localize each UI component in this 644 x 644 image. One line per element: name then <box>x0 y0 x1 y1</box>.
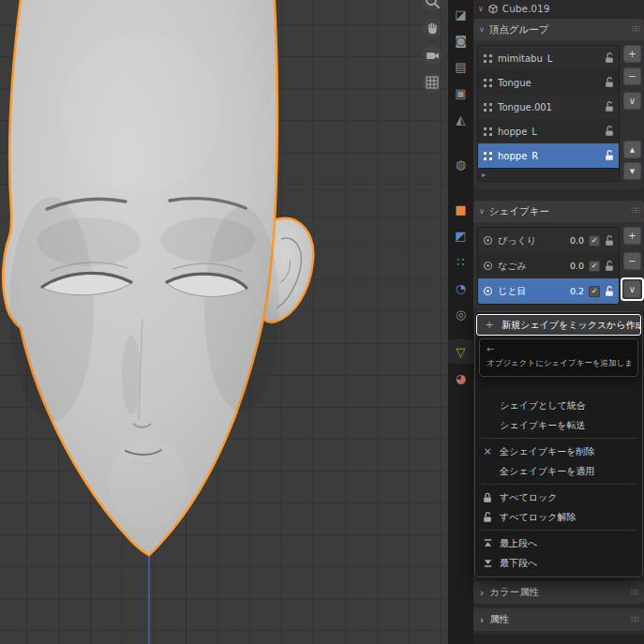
menu-item-apply-all-shape-keys[interactable]: 全シェイプキーを適用 <box>475 461 642 481</box>
panel-grip[interactable]: ⠿⠿ <box>630 589 637 597</box>
unlock-icon[interactable] <box>605 101 614 112</box>
menu-item-unlock-all[interactable]: すべてロック解除 <box>475 507 642 527</box>
pan-button[interactable] <box>422 18 442 38</box>
vertex-group-row-selected[interactable]: hoppe_R <box>478 143 619 168</box>
tab-render[interactable]: ◙ <box>448 28 473 52</box>
shape-key-name: じと目 <box>498 285 561 298</box>
unlock-icon[interactable] <box>605 77 614 88</box>
shape-keys-panel-header[interactable]: ∨ シェイプキー ⠿⠿ <box>473 201 644 222</box>
object-icon: ■ <box>455 203 466 216</box>
viewport-3d[interactable] <box>0 0 448 644</box>
head-model[interactable] <box>0 0 448 644</box>
chevron-down-icon: ∨ <box>629 96 636 106</box>
tooltip: ← オブジェクトにシェイプキーを追加します. <box>479 338 638 377</box>
shape-key-icon <box>483 235 493 246</box>
color-attributes-panel-header[interactable]: › カラー属性 ⠿⠿ <box>473 581 644 604</box>
shape-key-row[interactable]: びっくり 0.0 ✓ <box>478 228 619 253</box>
tab-modifiers[interactable]: ◩ <box>448 223 473 247</box>
render-icon: ◙ <box>455 35 467 47</box>
shape-key-row-selected[interactable]: じと目 0.2 ✓ <box>478 278 619 304</box>
vertex-group-row[interactable]: Tongue <box>478 70 619 95</box>
hand-icon <box>425 21 441 37</box>
menu-item-delete-all-shape-keys[interactable]: × 全シェイプキーを削除 <box>475 442 642 461</box>
tab-scene[interactable]: ◭ <box>448 107 473 131</box>
ortho-toggle-button[interactable] <box>422 72 442 93</box>
shape-key-icon <box>483 261 493 271</box>
vertex-group-row[interactable]: hoppe_L <box>478 119 619 143</box>
panel-title: 属性 <box>489 613 509 626</box>
shape-keys-list: びっくり 0.0 ✓ なごみ 0.0 ✓ じと目 0.2 ✓ <box>477 227 620 305</box>
shape-key-value[interactable]: 0.2 <box>565 286 584 296</box>
vertex-groups-panel-header[interactable]: ∨ 頂点グループ ⠿⠿ <box>473 19 644 40</box>
shape-key-enable-checkbox[interactable]: ✓ <box>589 286 600 297</box>
particles-icon: ∷ <box>457 256 464 268</box>
list-filter-toggle[interactable]: ▸ <box>478 168 619 181</box>
shape-key-specials-button[interactable]: ∨ <box>623 280 641 298</box>
vertex-groups-list: mimitabu_L Tongue Tongue.001 hoppe_L <box>477 45 620 182</box>
chevron-right-icon: › <box>480 587 484 598</box>
editor-bottom-strip <box>473 635 644 644</box>
menu-item-new-shape-from-mix[interactable]: + 新規シェイプをミックスから作成 <box>476 314 641 336</box>
tool-icon: ◪ <box>455 8 466 21</box>
chevron-right-icon: › <box>480 614 484 625</box>
vertex-group-name: Tongue.001 <box>498 102 600 112</box>
tab-output[interactable]: ▤ <box>448 54 473 79</box>
cube-icon <box>487 3 499 15</box>
object-name[interactable]: Cube.019 <box>502 3 550 14</box>
unlock-icon[interactable] <box>605 235 614 247</box>
tab-view-layer[interactable]: ▣ <box>448 81 473 105</box>
move-vertex-group-down-button[interactable]: ▼ <box>623 162 641 180</box>
add-shape-key-button[interactable]: + <box>623 227 641 245</box>
remove-vertex-group-button[interactable]: − <box>623 67 641 85</box>
panel-grip[interactable]: ⠿⠿ <box>631 207 638 216</box>
camera-view-button[interactable] <box>422 45 442 66</box>
chevron-down-icon: ∨ <box>629 284 636 294</box>
properties-tab-strip: ◪ ◙ ▤ ▣ ◭ ◍ ■ ◩ ∷ ◔ ◎ ▽ ◕ <box>448 0 473 644</box>
shape-key-icon <box>483 286 493 296</box>
tab-physics[interactable]: ◔ <box>448 276 473 300</box>
unlock-icon[interactable] <box>605 150 614 161</box>
check-icon: ✓ <box>592 236 598 245</box>
shape-key-value[interactable]: 0.0 <box>565 235 584 246</box>
tab-particles[interactable]: ∷ <box>448 249 473 274</box>
panel-grip[interactable]: ⠿⠿ <box>630 616 637 624</box>
shape-key-specials-menu: + 新規シェイプをミックスから作成 ← オブジェクトにシェイプキーを追加します.… <box>474 311 643 577</box>
zoom-button[interactable] <box>422 0 442 11</box>
shape-key-row[interactable]: なごみ 0.0 ✓ <box>478 253 619 278</box>
menu-separator <box>481 438 637 439</box>
tab-world[interactable]: ◍ <box>448 152 473 176</box>
menu-item-join-as-shapes[interactable]: シェイプとして統合 <box>475 396 642 415</box>
add-vertex-group-button[interactable]: + <box>623 45 641 63</box>
remove-shape-key-button[interactable]: − <box>623 252 641 270</box>
vertex-group-specials-button[interactable]: ∨ <box>623 92 641 110</box>
panel-grip[interactable]: ⠿⠿ <box>631 25 638 34</box>
unlock-icon[interactable] <box>605 52 614 64</box>
menu-item-to-bottom[interactable]: 最下段へ <box>475 553 642 573</box>
vertex-group-row[interactable]: mimitabu_L <box>478 46 619 70</box>
chevron-down-icon: ∨ <box>479 25 485 34</box>
shape-key-value[interactable]: 0.0 <box>565 261 584 271</box>
attributes-panel-header[interactable]: › 属性 ⠿⠿ <box>473 608 644 631</box>
lock-icon <box>481 492 494 503</box>
panel-title: シェイプキー <box>489 205 549 218</box>
tab-material[interactable]: ◕ <box>448 366 473 390</box>
menu-separator <box>481 484 637 485</box>
tab-object[interactable]: ■ <box>448 197 473 221</box>
shape-key-enable-checkbox[interactable]: ✓ <box>589 235 600 247</box>
chevron-down-icon: ∨ <box>478 5 484 13</box>
unlock-icon[interactable] <box>605 261 614 272</box>
menu-item-transfer-shape-key[interactable]: シェイプキーを転送 <box>475 415 642 435</box>
vertex-group-row[interactable]: Tongue.001 <box>478 95 619 119</box>
tooltip-text: オブジェクトにシェイプキーを追加します. <box>487 358 631 369</box>
tab-object-data[interactable]: ▽ <box>448 339 473 364</box>
shape-key-enable-checkbox[interactable]: ✓ <box>589 261 600 272</box>
vertex-group-icon <box>483 151 493 161</box>
move-vertex-group-up-button[interactable]: ▲ <box>623 141 641 158</box>
unlock-icon[interactable] <box>605 286 614 297</box>
menu-item-lock-all[interactable]: すべてロック <box>475 487 642 507</box>
menu-item-to-top[interactable]: 最上段へ <box>475 533 642 553</box>
tab-tool[interactable]: ◪ <box>448 2 473 26</box>
unlock-icon[interactable] <box>605 126 614 137</box>
tab-constraints[interactable]: ◎ <box>448 302 473 326</box>
vertex-group-icon <box>483 102 493 112</box>
